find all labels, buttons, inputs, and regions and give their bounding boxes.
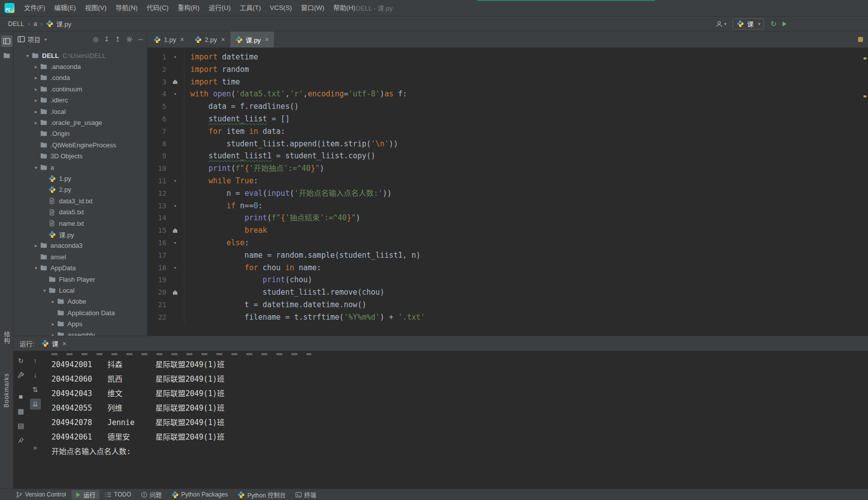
pin-button[interactable] xyxy=(15,435,26,446)
chevron-collapsed-icon[interactable]: ▸ xyxy=(49,299,57,304)
tree-item-DELL[interactable]: ▾DELLC:\Users\DELL xyxy=(13,50,147,61)
chevron-expanded-icon[interactable]: ▾ xyxy=(23,53,31,58)
toolwindow-终端[interactable]: 终端 xyxy=(291,490,320,500)
expand-all-button[interactable]: ↧ xyxy=(104,35,109,43)
toolwindow-运行[interactable]: 运行 xyxy=(71,490,99,500)
menu-运行(U)[interactable]: 运行(U) xyxy=(204,0,235,16)
menu-代码(C)[interactable]: 代码(C) xyxy=(142,0,173,16)
toolwindow-Version Control[interactable]: Version Control xyxy=(12,490,70,500)
up-button[interactable]: ↑ xyxy=(30,355,41,366)
tree-item-Local[interactable]: ▾Local xyxy=(13,285,147,296)
chevron-expanded-icon[interactable]: ▾ xyxy=(32,265,40,271)
toolwindow-Python Packages[interactable]: Python Packages xyxy=(167,490,232,500)
fold-end-icon[interactable] xyxy=(166,286,184,299)
chevron-collapsed-icon[interactable]: ▸ xyxy=(32,97,40,103)
fold-collapse-icon[interactable]: ▾ xyxy=(166,51,184,63)
tree-item-a[interactable]: ▾a xyxy=(13,162,147,173)
chevron-expanded-icon[interactable]: ▾ xyxy=(40,288,48,293)
run-tab[interactable]: 课 × xyxy=(41,339,66,348)
toolwindow-问题[interactable]: 问题 xyxy=(137,490,166,500)
close-icon[interactable]: × xyxy=(265,36,269,43)
tree-item-Application Data[interactable]: Application Data xyxy=(13,307,147,318)
tree-item-AppData[interactable]: ▾AppData xyxy=(13,262,147,273)
tree-item-Adobe[interactable]: ▸Adobe xyxy=(13,296,147,307)
chevron-collapsed-icon[interactable]: ▸ xyxy=(32,120,40,125)
user-menu-button[interactable]: ▾ xyxy=(716,20,727,27)
tree-item-data5.txt[interactable]: data5.txt xyxy=(13,206,147,217)
menu-窗口(W)[interactable]: 窗口(W) xyxy=(296,0,329,16)
tree-item-.continuum[interactable]: ▸.continuum xyxy=(13,83,147,94)
tab-2.py[interactable]: 2.py× xyxy=(189,31,230,47)
rerun-button[interactable]: ↻ xyxy=(770,19,777,28)
tree-item-.conda[interactable]: ▸.conda xyxy=(13,72,147,83)
tree-item-data3_id.txt[interactable]: data3_id.txt xyxy=(13,195,147,206)
chevron-collapsed-icon[interactable]: ▸ xyxy=(49,321,57,327)
tree-item-课.py[interactable]: 课.py xyxy=(13,229,147,240)
tool-stripe-结构[interactable]: 结构 xyxy=(2,331,11,344)
folder-tool-button[interactable] xyxy=(1,50,12,61)
tree-item-name.txt[interactable]: name.txt xyxy=(13,218,147,229)
editor-scrollbar[interactable] xyxy=(862,31,868,336)
menu-重构(R)[interactable]: 重构(R) xyxy=(173,0,204,16)
fold-end-icon[interactable] xyxy=(166,76,184,88)
collapse-all-button[interactable]: ↥ xyxy=(115,35,120,43)
tree-item-ansel[interactable]: ansel xyxy=(13,251,147,262)
menu-导航(N)[interactable]: 导航(N) xyxy=(111,0,142,16)
stop-button[interactable]: ■ xyxy=(15,391,26,402)
tree-item-anaconda3[interactable]: ▸anaconda3 xyxy=(13,240,147,251)
breadcrumb-item[interactable]: DELL xyxy=(8,20,24,27)
menu-VCS(S)[interactable]: VCS(S) xyxy=(265,0,296,16)
menu-视图(V)[interactable]: 视图(V) xyxy=(80,0,111,16)
print-button[interactable]: ▤ xyxy=(15,420,26,431)
tree-item-.anaconda[interactable]: ▸.anaconda xyxy=(13,61,147,72)
chevron-down-icon[interactable]: ▾ xyxy=(44,37,47,42)
tool-stripe-Bookmarks[interactable]: Bookmarks xyxy=(3,373,10,408)
toolwindow-TODO[interactable]: TODO xyxy=(101,490,135,500)
fold-end-icon[interactable] xyxy=(166,224,184,237)
tree-item-.local[interactable]: ▸.local xyxy=(13,106,147,117)
layout-button[interactable]: ▦ xyxy=(15,406,26,417)
fold-collapse-icon[interactable]: ▾ xyxy=(166,200,184,212)
fold-collapse-icon[interactable]: ▾ xyxy=(166,237,184,249)
error-stripe-mark[interactable] xyxy=(864,57,867,59)
chevron-collapsed-icon[interactable]: ▸ xyxy=(32,86,40,92)
tree-item-.QtWebEngineProcess[interactable]: .QtWebEngineProcess xyxy=(13,139,147,150)
more-button[interactable]: » xyxy=(30,442,41,453)
menu-文件(F)[interactable]: 文件(F) xyxy=(19,0,50,16)
chevron-collapsed-icon[interactable]: ▸ xyxy=(32,109,40,114)
tree-item-2.py[interactable]: 2.py xyxy=(13,184,147,195)
editor[interactable]: 1▾import datetime2import random3import t… xyxy=(147,48,868,336)
tree-item-.oracle_jre_usage[interactable]: ▸.oracle_jre_usage xyxy=(13,117,147,128)
run-button[interactable] xyxy=(783,21,788,26)
fold-collapse-icon[interactable]: ▾ xyxy=(166,262,184,274)
tree-item-.idlerc[interactable]: ▸.idlerc xyxy=(13,95,147,106)
chevron-collapsed-icon[interactable]: ▸ xyxy=(32,75,40,80)
breadcrumb-item[interactable]: 课.py xyxy=(56,19,71,28)
down-button[interactable]: ↓ xyxy=(30,370,41,381)
menu-编辑(E)[interactable]: 编辑(E) xyxy=(50,0,80,16)
chevron-collapsed-icon[interactable]: ▸ xyxy=(32,64,40,69)
project-tool-button[interactable] xyxy=(1,35,12,47)
fold-collapse-icon[interactable]: ▾ xyxy=(166,88,184,100)
close-icon[interactable]: × xyxy=(221,36,225,43)
menu-帮助(H)[interactable]: 帮助(H) xyxy=(329,0,360,16)
settings-button[interactable] xyxy=(126,36,133,43)
target-button[interactable]: ◎ xyxy=(93,35,98,43)
tree-item-assembly[interactable]: ▸assembly xyxy=(13,330,147,336)
close-icon[interactable]: × xyxy=(62,340,66,347)
run-config-selector[interactable]: 课▾ xyxy=(733,18,765,29)
menu-工具(T)[interactable]: 工具(T) xyxy=(235,0,265,16)
fold-collapse-icon[interactable]: ▾ xyxy=(166,175,184,187)
tree-item-3D Objects[interactable]: 3D Objects xyxy=(13,151,147,162)
console-input-prompt[interactable]: 开始点名输入点名人数: xyxy=(51,445,868,459)
tab-课.py[interactable]: 课.py× xyxy=(230,31,274,47)
tab-1.py[interactable]: 1.py× xyxy=(148,31,189,47)
tree-item-Flash Player[interactable]: Flash Player xyxy=(13,274,147,285)
toolwindow-Python 控制台[interactable]: Python 控制台 xyxy=(233,490,290,500)
chevron-collapsed-icon[interactable]: ▸ xyxy=(32,243,40,248)
rerun-button[interactable]: ↻ xyxy=(15,355,26,366)
wrench-button[interactable] xyxy=(15,370,26,381)
chevron-expanded-icon[interactable]: ▾ xyxy=(32,165,40,170)
tree-item-Apps[interactable]: ▸Apps xyxy=(13,318,147,329)
close-icon[interactable]: × xyxy=(180,36,184,43)
